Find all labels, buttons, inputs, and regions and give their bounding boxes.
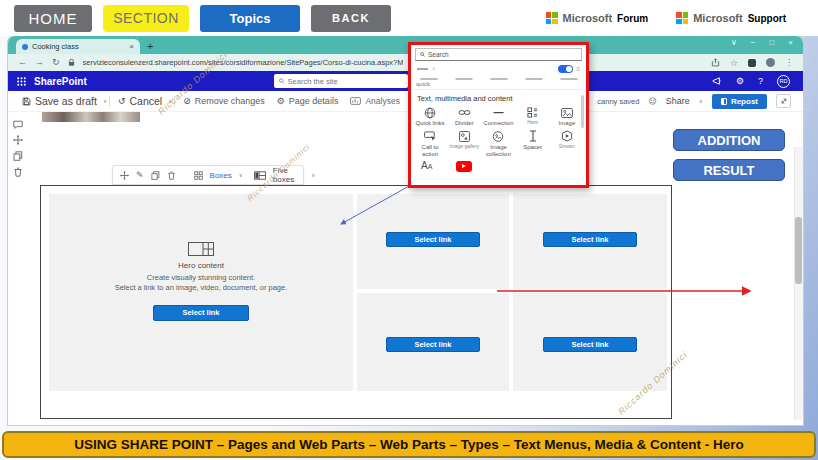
layout-group-dropdown[interactable]: Boxes bbox=[210, 171, 232, 180]
share-caret-icon[interactable]: ∨ bbox=[699, 98, 703, 104]
webpart-stream[interactable]: Stream bbox=[550, 130, 584, 158]
webpart-connection[interactable]: — Connection bbox=[481, 106, 515, 127]
move-icon[interactable] bbox=[120, 171, 129, 180]
new-tab-button[interactable]: + bbox=[147, 41, 153, 52]
browser-menu-icon[interactable]: ⋮ bbox=[785, 58, 793, 67]
page-details-button[interactable]: ⚙ Page details bbox=[277, 96, 339, 106]
back-icon[interactable]: ← bbox=[18, 58, 27, 67]
hero-description-line1: Create visually stunning content. bbox=[147, 273, 255, 282]
microsoft-brand-text: Microsoft bbox=[693, 12, 743, 24]
lesson-title-text: USING SHARE POINT – Pages and Web Parts … bbox=[74, 437, 744, 452]
app-launcher-waffle-icon[interactable] bbox=[17, 77, 26, 86]
webpart-image[interactable]: Image bbox=[550, 106, 584, 127]
trash-icon[interactable] bbox=[167, 171, 176, 180]
tab-close-icon[interactable]: × bbox=[129, 42, 134, 51]
lock-icon bbox=[68, 58, 75, 67]
duplicate-icon[interactable] bbox=[13, 151, 23, 161]
duplicate-icon[interactable] bbox=[151, 171, 160, 180]
webpart-image-collection[interactable]: Image collection bbox=[481, 130, 515, 158]
select-link-button[interactable]: Select link bbox=[153, 305, 249, 321]
select-link-button[interactable]: Select link bbox=[386, 337, 480, 352]
picker-scrollbar-thumb[interactable] bbox=[581, 95, 584, 128]
nav-button-home[interactable]: HOME bbox=[14, 5, 92, 32]
webpart-hero[interactable]: Hero bbox=[516, 106, 550, 127]
result-button[interactable]: RESULT bbox=[673, 159, 785, 181]
expand-toolbar-button[interactable] bbox=[776, 94, 791, 108]
repost-button[interactable]: Repost bbox=[712, 94, 767, 109]
extension-icon[interactable] bbox=[748, 59, 756, 67]
nav-button-topics[interactable]: Topics bbox=[200, 5, 300, 32]
addition-button[interactable]: ADDITION bbox=[673, 129, 785, 151]
select-link-button[interactable]: Select link bbox=[543, 337, 637, 352]
megaphone-icon[interactable] bbox=[712, 77, 722, 85]
site-search-box[interactable] bbox=[274, 74, 408, 88]
hero-webpart-canvas: Hero content Create visually stunning co… bbox=[40, 185, 672, 419]
webpart-quick-links[interactable]: Quick links bbox=[413, 106, 447, 127]
nav-button-back[interactable]: BACK bbox=[311, 5, 391, 32]
cancel-options-caret-icon[interactable]: ∨ bbox=[168, 98, 172, 104]
category-item[interactable] bbox=[481, 76, 516, 89]
profile-avatar[interactable] bbox=[766, 58, 775, 67]
layout-option-caret-icon[interactable]: ∨ bbox=[311, 172, 315, 178]
microsoft-support-link[interactable]: Microsoft Support bbox=[676, 12, 786, 24]
category-item[interactable]: quick bbox=[411, 76, 446, 89]
forward-icon[interactable]: → bbox=[35, 58, 44, 67]
help-icon[interactable]: ? bbox=[758, 76, 763, 86]
category-item[interactable] bbox=[516, 76, 551, 89]
webpart-divider[interactable]: Divider bbox=[447, 106, 481, 127]
layout-option-dropdown[interactable]: Five boxes bbox=[273, 166, 294, 184]
webpart-image-gallery[interactable]: Image gallery bbox=[447, 130, 481, 158]
site-search-input[interactable] bbox=[288, 77, 403, 86]
youtube-icon[interactable] bbox=[456, 161, 472, 172]
cancel-button[interactable]: ↺ Cancel bbox=[118, 95, 162, 107]
list-view-icon[interactable]: ≡ bbox=[576, 66, 580, 72]
bookmark-star-icon[interactable]: ☆ bbox=[730, 58, 738, 68]
webpart-toolbar: ✎ Boxes ∨ Five boxes ∨ bbox=[112, 165, 304, 185]
filter-caret-icon[interactable]: ∨ bbox=[432, 66, 435, 71]
picker-grid-row3: AA bbox=[411, 158, 586, 175]
five-boxes-layout-icon bbox=[254, 171, 266, 180]
address-bar-actions: ☆ ⋮ bbox=[711, 58, 793, 68]
webpart-call-to-action[interactable]: Call to action bbox=[413, 130, 447, 158]
share-button[interactable]: Share bbox=[666, 96, 690, 106]
minimize-button[interactable]: − bbox=[751, 38, 756, 47]
reload-icon[interactable]: ↻ bbox=[52, 58, 60, 67]
delete-icon[interactable] bbox=[13, 167, 23, 177]
remove-changes-button[interactable]: ⊘ Remove changes bbox=[183, 96, 265, 106]
browser-tab[interactable]: Cooking class × bbox=[16, 39, 140, 54]
webpart-search-box[interactable]: Search bbox=[415, 48, 582, 61]
category-item[interactable] bbox=[446, 76, 481, 89]
save-as-draft-button[interactable]: Save as draft bbox=[22, 95, 97, 107]
save-options-caret-icon[interactable]: ∨ bbox=[103, 98, 107, 104]
select-link-button[interactable]: Select link bbox=[386, 232, 480, 247]
share-page-icon[interactable] bbox=[711, 58, 720, 67]
comments-icon[interactable] bbox=[13, 120, 23, 130]
move-webpart-icon[interactable] bbox=[13, 135, 23, 145]
view-toggle[interactable] bbox=[558, 65, 573, 73]
feedback-smiley-icon[interactable]: ☺ bbox=[648, 97, 656, 106]
webpart-spacer[interactable]: Spacer bbox=[516, 130, 550, 158]
command-bar-right: canny saved ☺ Share ∨ Repost bbox=[597, 94, 795, 109]
filter-dropdown[interactable] bbox=[417, 68, 428, 70]
url-text[interactable]: servizieconsulenzerd.sharepoint.com/site… bbox=[83, 58, 403, 67]
save-icon bbox=[22, 97, 31, 106]
maximize-button[interactable]: □ bbox=[769, 38, 774, 47]
analytics-button[interactable]: Analyses bbox=[350, 96, 400, 106]
settings-gear-icon[interactable]: ⚙ bbox=[736, 76, 744, 86]
hero-tile: Select link bbox=[357, 293, 509, 391]
nav-button-section[interactable]: SECTION bbox=[103, 5, 189, 32]
stream-play-icon bbox=[561, 130, 573, 143]
sharepoint-app-name[interactable]: SharePoint bbox=[34, 76, 87, 87]
account-avatar[interactable]: RD bbox=[777, 75, 790, 88]
globe-icon bbox=[424, 106, 436, 119]
page-scrollbar-thumb[interactable] bbox=[795, 217, 802, 284]
microsoft-forum-link[interactable]: Microsoft Forum bbox=[546, 12, 649, 24]
close-button[interactable]: × bbox=[788, 38, 793, 47]
edit-pencil-icon[interactable]: ✎ bbox=[136, 170, 144, 180]
lesson-title-banner: USING SHARE POINT – Pages and Web Parts … bbox=[2, 431, 816, 458]
select-link-button[interactable]: Select link bbox=[543, 232, 637, 247]
text-webpart-icon[interactable]: AA bbox=[421, 161, 432, 171]
tab-search-icon[interactable]: ∨ bbox=[731, 38, 737, 47]
layout-group-caret-icon[interactable]: ∨ bbox=[239, 172, 243, 178]
category-item[interactable] bbox=[551, 76, 586, 89]
